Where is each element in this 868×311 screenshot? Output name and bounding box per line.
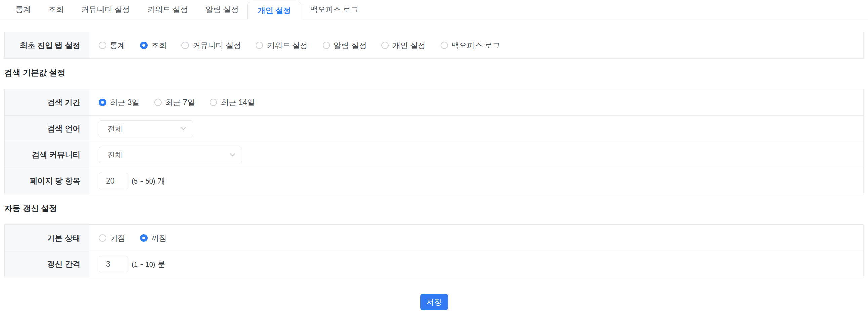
page-items-input[interactable] bbox=[99, 173, 128, 189]
refresh-interval-input[interactable] bbox=[99, 256, 128, 272]
radio-unselected-icon[interactable] bbox=[256, 42, 263, 49]
entry-tab-options: 통계 조회 커뮤니티 설정 키워드 설정 알림 설정 개인 설정 bbox=[89, 32, 863, 58]
default-state-options: 켜짐 꺼짐 bbox=[89, 225, 863, 251]
search-period-label: 검색 기간 bbox=[5, 89, 89, 115]
tab-search[interactable]: 조회 bbox=[40, 0, 72, 19]
entry-tab-option-label: 조회 bbox=[151, 40, 167, 51]
refresh-interval-hint: (1 ~ 10) 분 bbox=[132, 259, 165, 269]
search-language-row: 검색 언어 전체 bbox=[5, 115, 863, 142]
search-community-value: 전체 bbox=[107, 150, 122, 160]
search-language-label: 검색 언어 bbox=[5, 116, 89, 142]
entry-tab-option-search[interactable]: 조회 bbox=[140, 40, 167, 51]
refresh-interval-content: (1 ~ 10) 분 bbox=[89, 251, 863, 277]
auto-refresh-table: 기본 상태 켜짐 꺼짐 갱신 간격 (1 ~ 10) 분 bbox=[4, 224, 864, 277]
entry-tab-option-label: 커뮤니티 설정 bbox=[192, 40, 241, 51]
radio-unselected-icon[interactable] bbox=[440, 42, 448, 49]
default-state-label: 기본 상태 bbox=[5, 225, 89, 251]
top-tab-bar: 통계 조회 커뮤니티 설정 키워드 설정 알림 설정 개인 설정 백오피스 로그 bbox=[0, 0, 868, 20]
radio-unselected-icon[interactable] bbox=[381, 42, 389, 49]
entry-tab-row: 최초 진입 탭 설정 통계 조회 커뮤니티 설정 키워드 설정 알림 설정 bbox=[5, 32, 863, 58]
entry-tab-option-backoffice-log[interactable]: 백오피스 로그 bbox=[440, 40, 500, 51]
page-items-range: (5 ~ 50) bbox=[132, 177, 155, 185]
radio-unselected-icon[interactable] bbox=[322, 42, 330, 49]
search-period-row: 검색 기간 최근 3일 최근 7일 최근 14일 bbox=[5, 89, 863, 115]
state-option-label: 꺼짐 bbox=[151, 233, 167, 243]
entry-tab-option-keyword[interactable]: 키워드 설정 bbox=[256, 40, 308, 51]
chevron-down-icon bbox=[181, 125, 186, 131]
save-button[interactable]: 저장 bbox=[421, 293, 448, 310]
entry-tab-option-label: 개인 설정 bbox=[393, 40, 426, 51]
page-items-label: 페이지 당 항목 bbox=[5, 168, 89, 194]
period-option-label: 최근 7일 bbox=[165, 97, 195, 108]
radio-unselected-icon[interactable] bbox=[154, 99, 162, 106]
entry-tab-option-label: 알림 설정 bbox=[334, 40, 367, 51]
tab-stats[interactable]: 통계 bbox=[7, 0, 40, 19]
search-language-content: 전체 bbox=[89, 116, 863, 142]
tab-backoffice-log[interactable]: 백오피스 로그 bbox=[302, 0, 367, 19]
search-community-row: 검색 커뮤니티 전체 bbox=[5, 142, 863, 168]
page-items-content: (5 ~ 50) 개 bbox=[89, 168, 863, 194]
page-items-row: 페이지 당 항목 (5 ~ 50) 개 bbox=[5, 168, 863, 194]
search-period-options: 최근 3일 최근 7일 최근 14일 bbox=[89, 89, 863, 115]
search-community-content: 전체 bbox=[89, 142, 863, 168]
refresh-interval-range: (1 ~ 10) bbox=[132, 261, 155, 268]
tab-alert-settings[interactable]: 알림 설정 bbox=[197, 0, 247, 19]
refresh-interval-label: 갱신 간격 bbox=[5, 251, 89, 277]
period-option-label: 최근 14일 bbox=[221, 97, 255, 108]
entry-tab-option-alert[interactable]: 알림 설정 bbox=[322, 40, 367, 51]
default-state-row: 기본 상태 켜짐 꺼짐 bbox=[5, 225, 863, 251]
radio-selected-icon[interactable] bbox=[140, 42, 148, 49]
tab-keyword-settings[interactable]: 키워드 설정 bbox=[138, 0, 196, 19]
refresh-interval-unit: 분 bbox=[157, 259, 165, 269]
radio-selected-icon[interactable] bbox=[99, 99, 106, 106]
period-option-3days[interactable]: 최근 3일 bbox=[99, 97, 140, 108]
entry-tab-option-label: 키워드 설정 bbox=[267, 40, 308, 51]
search-community-select[interactable]: 전체 bbox=[99, 147, 242, 163]
chevron-down-icon bbox=[230, 151, 235, 157]
page-items-hint: (5 ~ 50) 개 bbox=[132, 176, 165, 186]
radio-unselected-icon[interactable] bbox=[99, 234, 106, 242]
entry-tab-option-label: 통계 bbox=[110, 40, 125, 51]
tab-personal-settings[interactable]: 개인 설정 bbox=[247, 2, 301, 20]
page-items-unit: 개 bbox=[157, 176, 165, 186]
period-option-label: 최근 3일 bbox=[110, 97, 140, 108]
radio-unselected-icon[interactable] bbox=[182, 42, 189, 49]
search-language-select[interactable]: 전체 bbox=[99, 120, 193, 137]
state-option-off[interactable]: 꺼짐 bbox=[140, 233, 167, 243]
refresh-interval-row: 갱신 간격 (1 ~ 10) 분 bbox=[5, 251, 863, 277]
entry-tab-label: 최초 진입 탭 설정 bbox=[5, 32, 89, 58]
search-defaults-table: 검색 기간 최근 3일 최근 7일 최근 14일 검색 언어 전체 bbox=[4, 89, 864, 194]
search-language-value: 전체 bbox=[107, 124, 122, 134]
radio-unselected-icon[interactable] bbox=[210, 99, 217, 106]
period-option-14days[interactable]: 최근 14일 bbox=[210, 97, 255, 108]
entry-tab-option-stats[interactable]: 통계 bbox=[99, 40, 125, 51]
entry-tab-option-personal[interactable]: 개인 설정 bbox=[381, 40, 426, 51]
search-defaults-title: 검색 기본값 설정 bbox=[4, 67, 864, 78]
radio-selected-icon[interactable] bbox=[140, 234, 148, 242]
save-button-container: 저장 bbox=[0, 293, 868, 310]
entry-tab-option-community[interactable]: 커뮤니티 설정 bbox=[182, 40, 241, 51]
radio-unselected-icon[interactable] bbox=[99, 42, 106, 49]
state-option-on[interactable]: 켜짐 bbox=[99, 233, 125, 243]
state-option-label: 켜짐 bbox=[110, 233, 125, 243]
entry-tab-option-label: 백오피스 로그 bbox=[452, 40, 500, 51]
period-option-7days[interactable]: 최근 7일 bbox=[154, 97, 195, 108]
search-community-label: 검색 커뮤니티 bbox=[5, 142, 89, 168]
auto-refresh-title: 자동 갱신 설정 bbox=[4, 203, 864, 214]
tab-community-settings[interactable]: 커뮤니티 설정 bbox=[72, 0, 138, 19]
entry-tab-table: 최초 진입 탭 설정 통계 조회 커뮤니티 설정 키워드 설정 알림 설정 bbox=[4, 32, 864, 59]
